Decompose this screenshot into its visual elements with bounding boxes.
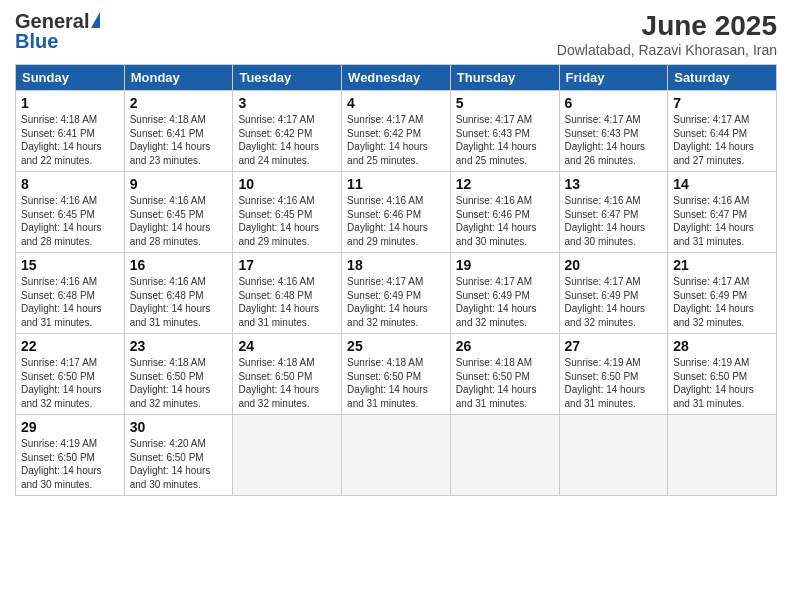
- day-number: 8: [21, 176, 119, 192]
- header-row: Sunday Monday Tuesday Wednesday Thursday…: [16, 65, 777, 91]
- calendar-cell: 12Sunrise: 4:16 AMSunset: 6:46 PMDayligh…: [450, 172, 559, 253]
- calendar-cell: 22Sunrise: 4:17 AMSunset: 6:50 PMDayligh…: [16, 334, 125, 415]
- calendar-cell: [450, 415, 559, 496]
- header: General Blue June 2025 Dowlatabad, Razav…: [15, 10, 777, 58]
- day-number: 14: [673, 176, 771, 192]
- day-number: 29: [21, 419, 119, 435]
- calendar-body: 1Sunrise: 4:18 AMSunset: 6:41 PMDaylight…: [16, 91, 777, 496]
- cell-info: Sunrise: 4:17 AMSunset: 6:43 PMDaylight:…: [456, 114, 537, 166]
- day-number: 15: [21, 257, 119, 273]
- cell-info: Sunrise: 4:17 AMSunset: 6:49 PMDaylight:…: [673, 276, 754, 328]
- cell-info: Sunrise: 4:16 AMSunset: 6:45 PMDaylight:…: [21, 195, 102, 247]
- day-number: 9: [130, 176, 228, 192]
- calendar-cell: 7Sunrise: 4:17 AMSunset: 6:44 PMDaylight…: [668, 91, 777, 172]
- col-monday: Monday: [124, 65, 233, 91]
- day-number: 26: [456, 338, 554, 354]
- calendar-cell: 8Sunrise: 4:16 AMSunset: 6:45 PMDaylight…: [16, 172, 125, 253]
- calendar-cell: 21Sunrise: 4:17 AMSunset: 6:49 PMDayligh…: [668, 253, 777, 334]
- cell-info: Sunrise: 4:18 AMSunset: 6:41 PMDaylight:…: [130, 114, 211, 166]
- col-saturday: Saturday: [668, 65, 777, 91]
- calendar-table: Sunday Monday Tuesday Wednesday Thursday…: [15, 64, 777, 496]
- day-number: 12: [456, 176, 554, 192]
- calendar-cell: 3Sunrise: 4:17 AMSunset: 6:42 PMDaylight…: [233, 91, 342, 172]
- day-number: 10: [238, 176, 336, 192]
- calendar-cell: 28Sunrise: 4:19 AMSunset: 6:50 PMDayligh…: [668, 334, 777, 415]
- calendar-cell: 4Sunrise: 4:17 AMSunset: 6:42 PMDaylight…: [342, 91, 451, 172]
- cell-info: Sunrise: 4:17 AMSunset: 6:49 PMDaylight:…: [347, 276, 428, 328]
- cell-info: Sunrise: 4:17 AMSunset: 6:49 PMDaylight:…: [565, 276, 646, 328]
- col-wednesday: Wednesday: [342, 65, 451, 91]
- cell-info: Sunrise: 4:17 AMSunset: 6:42 PMDaylight:…: [238, 114, 319, 166]
- logo-arrow-icon: [91, 12, 100, 28]
- calendar-cell: 16Sunrise: 4:16 AMSunset: 6:48 PMDayligh…: [124, 253, 233, 334]
- day-number: 7: [673, 95, 771, 111]
- calendar-cell: 23Sunrise: 4:18 AMSunset: 6:50 PMDayligh…: [124, 334, 233, 415]
- cell-info: Sunrise: 4:16 AMSunset: 6:45 PMDaylight:…: [238, 195, 319, 247]
- day-number: 24: [238, 338, 336, 354]
- calendar-week-3: 15Sunrise: 4:16 AMSunset: 6:48 PMDayligh…: [16, 253, 777, 334]
- calendar-cell: 13Sunrise: 4:16 AMSunset: 6:47 PMDayligh…: [559, 172, 668, 253]
- calendar-cell: 17Sunrise: 4:16 AMSunset: 6:48 PMDayligh…: [233, 253, 342, 334]
- page-container: General Blue June 2025 Dowlatabad, Razav…: [0, 0, 792, 506]
- day-number: 1: [21, 95, 119, 111]
- day-number: 30: [130, 419, 228, 435]
- day-number: 11: [347, 176, 445, 192]
- cell-info: Sunrise: 4:18 AMSunset: 6:50 PMDaylight:…: [347, 357, 428, 409]
- cell-info: Sunrise: 4:19 AMSunset: 6:50 PMDaylight:…: [21, 438, 102, 490]
- calendar-week-4: 22Sunrise: 4:17 AMSunset: 6:50 PMDayligh…: [16, 334, 777, 415]
- calendar-cell: 1Sunrise: 4:18 AMSunset: 6:41 PMDaylight…: [16, 91, 125, 172]
- day-number: 16: [130, 257, 228, 273]
- cell-info: Sunrise: 4:16 AMSunset: 6:46 PMDaylight:…: [456, 195, 537, 247]
- day-number: 21: [673, 257, 771, 273]
- cell-info: Sunrise: 4:17 AMSunset: 6:43 PMDaylight:…: [565, 114, 646, 166]
- logo: General Blue: [15, 10, 100, 53]
- month-title: June 2025: [557, 10, 777, 42]
- day-number: 25: [347, 338, 445, 354]
- cell-info: Sunrise: 4:16 AMSunset: 6:48 PMDaylight:…: [238, 276, 319, 328]
- calendar-cell: [668, 415, 777, 496]
- calendar-week-5: 29Sunrise: 4:19 AMSunset: 6:50 PMDayligh…: [16, 415, 777, 496]
- cell-info: Sunrise: 4:18 AMSunset: 6:50 PMDaylight:…: [456, 357, 537, 409]
- cell-info: Sunrise: 4:18 AMSunset: 6:50 PMDaylight:…: [130, 357, 211, 409]
- col-friday: Friday: [559, 65, 668, 91]
- calendar-cell: 27Sunrise: 4:19 AMSunset: 6:50 PMDayligh…: [559, 334, 668, 415]
- calendar-cell: 29Sunrise: 4:19 AMSunset: 6:50 PMDayligh…: [16, 415, 125, 496]
- cell-info: Sunrise: 4:19 AMSunset: 6:50 PMDaylight:…: [673, 357, 754, 409]
- cell-info: Sunrise: 4:16 AMSunset: 6:45 PMDaylight:…: [130, 195, 211, 247]
- calendar-cell: 25Sunrise: 4:18 AMSunset: 6:50 PMDayligh…: [342, 334, 451, 415]
- calendar-cell: 10Sunrise: 4:16 AMSunset: 6:45 PMDayligh…: [233, 172, 342, 253]
- cell-info: Sunrise: 4:20 AMSunset: 6:50 PMDaylight:…: [130, 438, 211, 490]
- calendar-cell: 11Sunrise: 4:16 AMSunset: 6:46 PMDayligh…: [342, 172, 451, 253]
- col-tuesday: Tuesday: [233, 65, 342, 91]
- day-number: 13: [565, 176, 663, 192]
- day-number: 17: [238, 257, 336, 273]
- calendar-cell: 26Sunrise: 4:18 AMSunset: 6:50 PMDayligh…: [450, 334, 559, 415]
- calendar-cell: 19Sunrise: 4:17 AMSunset: 6:49 PMDayligh…: [450, 253, 559, 334]
- calendar-cell: 9Sunrise: 4:16 AMSunset: 6:45 PMDaylight…: [124, 172, 233, 253]
- day-number: 3: [238, 95, 336, 111]
- cell-info: Sunrise: 4:17 AMSunset: 6:49 PMDaylight:…: [456, 276, 537, 328]
- calendar-cell: 20Sunrise: 4:17 AMSunset: 6:49 PMDayligh…: [559, 253, 668, 334]
- calendar-week-1: 1Sunrise: 4:18 AMSunset: 6:41 PMDaylight…: [16, 91, 777, 172]
- calendar-cell: 2Sunrise: 4:18 AMSunset: 6:41 PMDaylight…: [124, 91, 233, 172]
- col-sunday: Sunday: [16, 65, 125, 91]
- day-number: 20: [565, 257, 663, 273]
- cell-info: Sunrise: 4:19 AMSunset: 6:50 PMDaylight:…: [565, 357, 646, 409]
- calendar-cell: [342, 415, 451, 496]
- cell-info: Sunrise: 4:16 AMSunset: 6:48 PMDaylight:…: [21, 276, 102, 328]
- cell-info: Sunrise: 4:18 AMSunset: 6:50 PMDaylight:…: [238, 357, 319, 409]
- day-number: 28: [673, 338, 771, 354]
- cell-info: Sunrise: 4:17 AMSunset: 6:44 PMDaylight:…: [673, 114, 754, 166]
- calendar-cell: 15Sunrise: 4:16 AMSunset: 6:48 PMDayligh…: [16, 253, 125, 334]
- calendar-cell: 18Sunrise: 4:17 AMSunset: 6:49 PMDayligh…: [342, 253, 451, 334]
- day-number: 19: [456, 257, 554, 273]
- day-number: 18: [347, 257, 445, 273]
- calendar-cell: [559, 415, 668, 496]
- col-thursday: Thursday: [450, 65, 559, 91]
- cell-info: Sunrise: 4:16 AMSunset: 6:47 PMDaylight:…: [565, 195, 646, 247]
- cell-info: Sunrise: 4:17 AMSunset: 6:50 PMDaylight:…: [21, 357, 102, 409]
- calendar-cell: 30Sunrise: 4:20 AMSunset: 6:50 PMDayligh…: [124, 415, 233, 496]
- calendar-cell: [233, 415, 342, 496]
- cell-info: Sunrise: 4:18 AMSunset: 6:41 PMDaylight:…: [21, 114, 102, 166]
- day-number: 6: [565, 95, 663, 111]
